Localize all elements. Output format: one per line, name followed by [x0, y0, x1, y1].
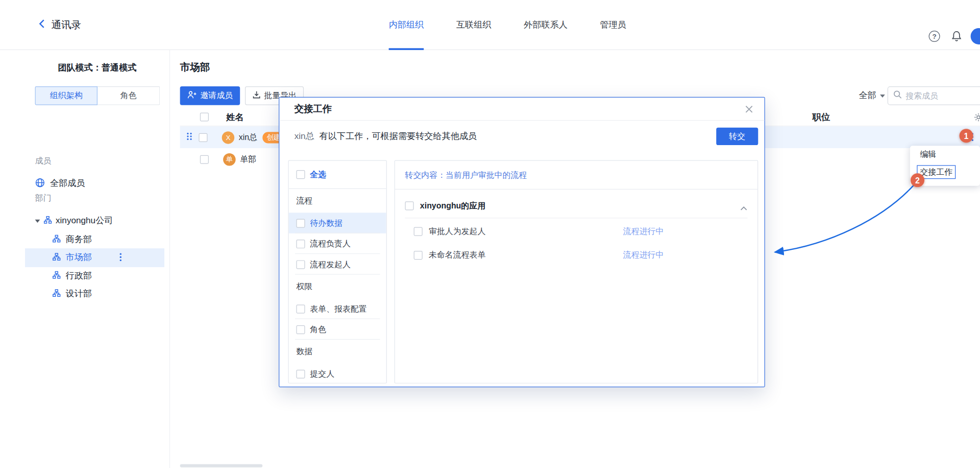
transfer-content-header: 转交内容：当前用户审批中的流程 — [395, 161, 757, 190]
tab-external-contacts[interactable]: 外部联系人 — [524, 0, 568, 50]
modal-title: 交接工作 — [295, 103, 332, 115]
category-item-todo-data[interactable]: 待办数据 — [289, 213, 386, 233]
globe-icon — [35, 177, 45, 189]
page-title: 市场部 — [180, 61, 210, 75]
tab-linked-org[interactable]: 互联组织 — [456, 0, 492, 50]
tree-node-admin-dept[interactable]: 行政部 — [25, 267, 164, 286]
transfer-button[interactable]: 转交 — [716, 128, 758, 145]
category-item-role[interactable]: 角色 — [289, 319, 386, 339]
member-search-box — [888, 86, 980, 105]
tab-internal-org[interactable]: 内部组织 — [389, 0, 424, 50]
sidebar-item-all-members[interactable]: 全部成员 — [25, 174, 164, 193]
item-checkbox[interactable] — [296, 369, 305, 378]
department-icon — [53, 271, 61, 281]
back-chevron-icon — [39, 19, 45, 31]
download-icon — [252, 91, 260, 101]
member-name: 单部 — [240, 154, 256, 165]
top-header: 通讯录 内部组织 互联组织 外部联系人 管理员 ? — [0, 0, 980, 50]
select-all-checkbox[interactable] — [296, 170, 305, 179]
close-icon[interactable] — [745, 104, 753, 115]
handover-modal: 交接工作 xin总 有以下工作，可根据需要转交给其他成员 转交 全选 流程 待办… — [279, 97, 765, 387]
handover-content-panel: 转交内容：当前用户审批中的流程 xinyonghu的应用 审批人为发起人 流程进… — [395, 160, 758, 383]
item-checkbox[interactable] — [414, 251, 423, 260]
group-label-data: 数据 — [289, 340, 386, 364]
row-checkbox[interactable] — [199, 133, 207, 142]
app-group-title: xinyonghu的应用 — [420, 200, 485, 212]
person-add-icon — [187, 91, 197, 101]
departments-section-label: 部门 — [35, 193, 52, 204]
category-item-form-report-config[interactable]: 表单、报表配置 — [289, 298, 386, 319]
horizontal-scrollbar-thumb[interactable] — [180, 464, 263, 467]
item-checkbox[interactable] — [296, 219, 305, 227]
process-name: 审批人为发起人 — [429, 226, 485, 237]
more-vertical-icon[interactable] — [119, 252, 122, 263]
group-label-process: 流程 — [289, 189, 386, 213]
tree-node-business-dept[interactable]: 商务部 — [25, 230, 164, 249]
sidebar: 团队模式：普通模式 组织架构 角色 成员 全部成员 部门 xinyonghu — [0, 50, 170, 468]
avatar: 单 — [223, 153, 235, 165]
handover-category-panel: 全选 流程 待办数据 流程负责人 流程发起人 权限 表单、报表配置 — [288, 160, 386, 383]
category-item-process-initiator[interactable]: 流程发起人 — [289, 254, 386, 274]
tab-org-structure[interactable]: 组织架构 — [35, 86, 97, 105]
column-header-name: 姓名 — [226, 112, 243, 123]
chevron-up-icon[interactable] — [740, 202, 748, 214]
select-all-label[interactable]: 全选 — [310, 169, 326, 180]
sidebar-view-switch: 组织架构 角色 — [35, 86, 160, 105]
category-item-process-owner[interactable]: 流程负责人 — [289, 233, 386, 254]
help-icon[interactable]: ? — [929, 31, 940, 42]
process-status: 流程进行中 — [623, 250, 664, 261]
department-icon — [53, 235, 61, 245]
member-name: xin总 — [239, 132, 257, 143]
menu-item-edit[interactable]: 编辑 — [910, 146, 980, 163]
header-tabs: 内部组织 互联组织 外部联系人 管理员 — [389, 0, 626, 50]
back-button[interactable]: 通讯录 — [39, 0, 81, 50]
process-name: 未命名流程表单 — [429, 250, 485, 261]
department-icon — [44, 216, 52, 226]
group-checkbox[interactable] — [405, 201, 413, 210]
user-avatar[interactable] — [971, 28, 980, 44]
drag-handle-icon[interactable] — [186, 132, 192, 143]
select-all-row: 全选 — [289, 161, 386, 189]
owner-name: xin总 — [295, 131, 314, 142]
annotation-badge-2: 2 — [911, 173, 924, 187]
scope-filter-dropdown[interactable]: 全部 — [859, 86, 885, 105]
subtitle-text: 有以下工作，可根据需要转交给其他成员 — [320, 131, 477, 142]
item-checkbox[interactable] — [296, 260, 305, 269]
app-canvas: 通讯录 内部组织 互联组织 外部联系人 管理员 ? 团队模式：普通模式 组织架构… — [0, 0, 980, 468]
process-item[interactable]: 审批人为发起人 流程进行中 — [395, 221, 757, 242]
department-icon — [53, 253, 61, 263]
annotation-badge-1: 1 — [960, 129, 973, 143]
gear-icon[interactable] — [974, 112, 980, 124]
item-checkbox[interactable] — [414, 227, 423, 236]
process-status: 流程进行中 — [623, 226, 664, 237]
avatar: X — [222, 131, 234, 144]
column-header-position: 职位 — [813, 112, 830, 123]
item-checkbox[interactable] — [296, 305, 305, 313]
select-all-rows-checkbox[interactable] — [200, 112, 209, 121]
item-checkbox[interactable] — [296, 325, 305, 334]
tree-node-company[interactable]: xinyonghu公司 — [25, 212, 164, 230]
modal-divider — [279, 120, 764, 121]
tab-roles[interactable]: 角色 — [97, 86, 160, 105]
category-item-submitter[interactable]: 提交人 — [289, 363, 386, 383]
page-breadcrumb-title: 通讯录 — [51, 18, 81, 32]
app-group-row[interactable]: xinyonghu的应用 — [395, 193, 757, 218]
department-icon — [53, 289, 61, 299]
group-label-permission: 权限 — [289, 275, 386, 299]
members-section-label: 成员 — [35, 155, 52, 167]
team-mode-label: 团队模式：普通模式 — [25, 62, 169, 74]
search-input[interactable] — [905, 91, 979, 100]
tab-admin[interactable]: 管理员 — [600, 0, 626, 50]
invite-member-button[interactable]: 邀请成员 — [180, 86, 240, 105]
bell-icon[interactable] — [950, 30, 962, 45]
chevron-down-icon — [880, 94, 885, 97]
caret-down-icon[interactable] — [35, 219, 40, 222]
search-icon — [893, 90, 902, 101]
process-item[interactable]: 未命名流程表单 流程进行中 — [395, 245, 757, 266]
tree-node-design-dept[interactable]: 设计部 — [25, 285, 164, 303]
modal-subtitle: xin总 有以下工作，可根据需要转交给其他成员 — [295, 128, 477, 145]
tree-node-market-dept[interactable]: 市场部 — [25, 248, 164, 267]
item-checkbox[interactable] — [296, 239, 305, 248]
row-checkbox[interactable] — [200, 155, 209, 163]
